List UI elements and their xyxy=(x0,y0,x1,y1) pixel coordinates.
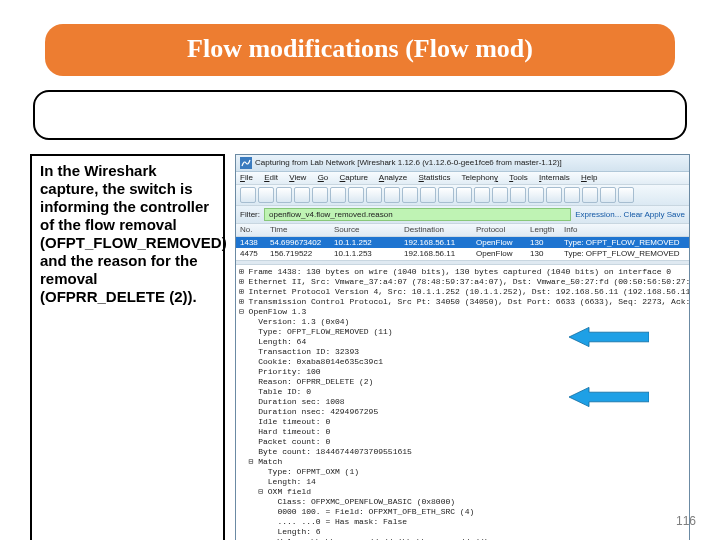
menu-tools[interactable]: Tools xyxy=(509,173,528,182)
detail-line[interactable]: Hard timeout: 0 xyxy=(239,427,686,437)
toolbar-button[interactable] xyxy=(402,187,418,203)
filter-label: Filter: xyxy=(240,210,260,220)
wireshark-window: Capturing from Lab Network [Wireshark 1.… xyxy=(235,154,690,540)
toolbar-button[interactable] xyxy=(420,187,436,203)
filter-bar: Filter: openflow_v4.flow_removed.reason … xyxy=(236,206,689,225)
detail-line[interactable]: ⊞ Transmission Control Protocol, Src Pt:… xyxy=(239,297,686,307)
explanation-box: In the Wireshark capture, the switch is … xyxy=(30,154,225,540)
detail-line[interactable]: ⊟ OXM field xyxy=(239,487,686,497)
toolbar-button[interactable] xyxy=(276,187,292,203)
toolbar-button[interactable] xyxy=(474,187,490,203)
detail-line[interactable]: Length: 14 xyxy=(239,477,686,487)
toolbar-button[interactable] xyxy=(456,187,472,203)
toolbar-button[interactable] xyxy=(492,187,508,203)
menu-internals[interactable]: Internals xyxy=(539,173,570,182)
toolbar-button[interactable] xyxy=(366,187,382,203)
col-time[interactable]: Time xyxy=(268,224,332,236)
menu-statistics[interactable]: Statistics xyxy=(419,173,451,182)
toolbar-button[interactable] xyxy=(438,187,454,203)
menu-go[interactable]: Go xyxy=(318,173,329,182)
filter-input[interactable]: openflow_v4.flow_removed.reason xyxy=(264,208,571,222)
filter-links[interactable]: Expression... Clear Apply Save xyxy=(575,210,685,220)
col-length[interactable]: Length xyxy=(528,224,562,236)
toolbar-button[interactable] xyxy=(258,187,274,203)
menu-help[interactable]: Help xyxy=(581,173,597,182)
window-titlebar[interactable]: Capturing from Lab Network [Wireshark 1.… xyxy=(236,155,689,172)
toolbar-button[interactable] xyxy=(312,187,328,203)
toolbar-button[interactable] xyxy=(294,187,310,203)
detail-line[interactable]: ⊞ Frame 1438: 130 bytes on wire (1040 bi… xyxy=(239,267,686,277)
menu-file[interactable]: File xyxy=(240,173,253,182)
wireshark-icon xyxy=(240,157,252,169)
toolbar-button[interactable] xyxy=(330,187,346,203)
empty-content-frame xyxy=(33,90,687,140)
toolbar-button[interactable] xyxy=(384,187,400,203)
detail-line[interactable]: ⊞ Ethernet II, Src: Vmware_37:a4:07 (78:… xyxy=(239,277,686,287)
svg-marker-2 xyxy=(569,387,649,406)
col-info[interactable]: Info xyxy=(562,224,687,236)
detail-line[interactable]: ⊟ Match xyxy=(239,457,686,467)
detail-line[interactable]: Type: OFPMT_OXM (1) xyxy=(239,467,686,477)
col-protocol[interactable]: Protocol xyxy=(474,224,528,236)
packet-list-header[interactable]: No. Time Source Destination Protocol Len… xyxy=(236,224,689,237)
menu-view[interactable]: View xyxy=(289,173,306,182)
col-no[interactable]: No. xyxy=(238,224,268,236)
packet-details[interactable]: ⊞ Frame 1438: 130 bytes on wire (1040 bi… xyxy=(236,265,689,540)
detail-line[interactable]: Length: 6 xyxy=(239,527,686,537)
slide-title: Flow modifications (Flow mod) xyxy=(45,24,675,76)
callout-arrow-reason xyxy=(569,385,649,409)
menu-capture[interactable]: Capture xyxy=(340,173,368,182)
page-number: 116 xyxy=(676,514,696,528)
toolbar-button[interactable] xyxy=(600,187,616,203)
packet-row-selected[interactable]: 1438 54.699673402 10.1.1.252 192.168.56.… xyxy=(236,237,689,249)
menu-telephony[interactable]: Telephony xyxy=(462,173,498,182)
detail-line[interactable]: 0000 100. = Field: OFPXMT_OFB_ETH_SRC (4… xyxy=(239,507,686,517)
toolbar-button[interactable] xyxy=(564,187,580,203)
detail-line[interactable]: ⊞ Internet Protocol Version 4, Src: 10.1… xyxy=(239,287,686,297)
toolbar xyxy=(236,185,689,206)
window-title-text: Capturing from Lab Network [Wireshark 1.… xyxy=(255,158,562,168)
toolbar-button[interactable] xyxy=(528,187,544,203)
packet-row[interactable]: 4475 156.719522 10.1.1.253 192.168.56.11… xyxy=(236,248,689,260)
svg-marker-1 xyxy=(569,327,649,346)
detail-line[interactable]: Packet count: 0 xyxy=(239,437,686,447)
col-source[interactable]: Source xyxy=(332,224,402,236)
detail-line[interactable]: .... ...0 = Has mask: False xyxy=(239,517,686,527)
toolbar-button[interactable] xyxy=(240,187,256,203)
col-destination[interactable]: Destination xyxy=(402,224,474,236)
toolbar-button[interactable] xyxy=(546,187,562,203)
menubar[interactable]: File Edit View Go Capture Analyze Statis… xyxy=(236,172,689,185)
toolbar-button[interactable] xyxy=(582,187,598,203)
detail-line[interactable]: Cookie: 0xaba8014e635c39c1 xyxy=(239,357,686,367)
toolbar-button[interactable] xyxy=(618,187,634,203)
menu-analyze[interactable]: Analyze xyxy=(379,173,407,182)
callout-arrow-type xyxy=(569,325,649,349)
detail-line[interactable]: Priority: 100 xyxy=(239,367,686,377)
detail-line[interactable]: Byte count: 18446744073709551615 xyxy=(239,447,686,457)
toolbar-button[interactable] xyxy=(510,187,526,203)
detail-line[interactable]: ⊟ OpenFlow 1.3 xyxy=(239,307,686,317)
toolbar-button[interactable] xyxy=(348,187,364,203)
detail-line[interactable]: Idle timeout: 0 xyxy=(239,417,686,427)
menu-edit[interactable]: Edit xyxy=(264,173,278,182)
detail-line[interactable]: Class: OFPXMC_OPENFLOW_BASIC (0x8000) xyxy=(239,497,686,507)
